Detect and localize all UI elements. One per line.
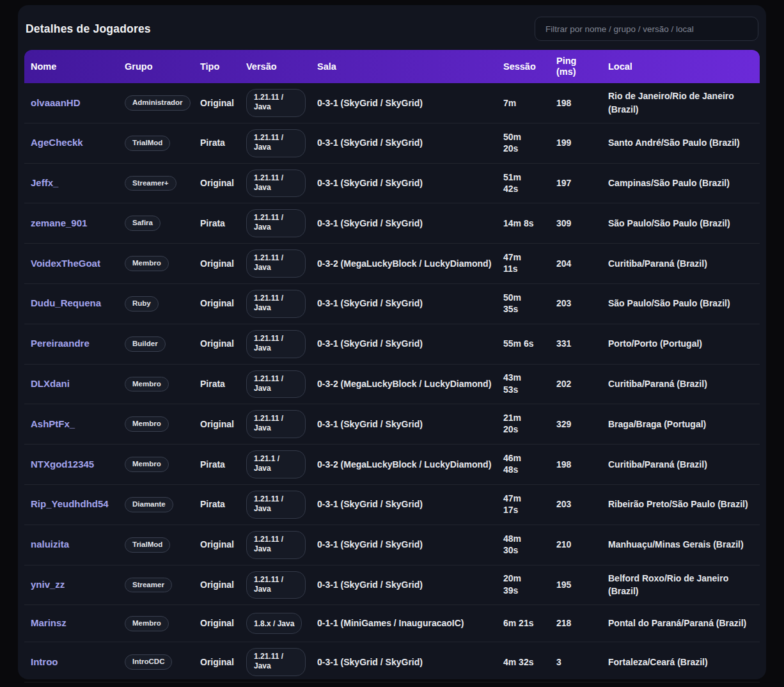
- room-value: 0-3-1 (SkyGrid / SkyGrid): [317, 657, 423, 667]
- version-value: 1.21.11 / Java: [254, 374, 298, 393]
- type-value: Original: [200, 419, 234, 429]
- player-name-cell: VoidexTheGoat: [24, 251, 118, 276]
- group-badge: Administrador: [125, 95, 191, 111]
- room-cell: 0-1-1 (MiniGames / InauguracaoIC): [311, 611, 497, 636]
- filter-input[interactable]: [535, 17, 758, 41]
- room-value: 0-3-1 (SkyGrid / SkyGrid): [317, 298, 423, 308]
- version-badge: 1.8.x / Java: [246, 613, 302, 634]
- session-value: 50m 20s: [503, 131, 537, 154]
- group-cell: Administrador: [118, 90, 194, 116]
- ping-value: 331: [556, 338, 571, 349]
- player-name-link[interactable]: Marinsz: [31, 617, 67, 628]
- type-cell: Pirata: [194, 492, 240, 517]
- ping-cell: 309: [550, 211, 602, 236]
- group-cell: TrialMod: [118, 532, 194, 558]
- location-value: Pontal do Paraná/Paraná (Brazil): [608, 618, 746, 628]
- session-cell: 6m 21s: [497, 611, 550, 636]
- version-value: 1.21.1 / Java: [254, 454, 298, 473]
- player-name-link[interactable]: Pereiraandre: [31, 338, 90, 349]
- version-badge: 1.21.11 / Java: [246, 330, 306, 358]
- room-value: 0-3-1 (SkyGrid / SkyGrid): [317, 138, 423, 148]
- session-cell: 46m 48s: [497, 446, 550, 482]
- group-badge: Membro: [125, 377, 169, 392]
- player-name-link[interactable]: Dudu_Requena: [31, 297, 101, 308]
- ping-value: 203: [556, 298, 571, 308]
- session-cell: 55m 6s: [497, 331, 550, 356]
- player-name-link[interactable]: zemane_901: [31, 217, 87, 228]
- version-cell: 1.21.11 / Java: [240, 485, 311, 525]
- table-row: zemane_901 Safira Pirata 1.21.11 / Java …: [24, 203, 760, 243]
- table-row: AshPtFx_ Membro Original 1.21.11 / Java …: [24, 404, 760, 444]
- table-row: Dudu_Requena Ruby Original 1.21.11 / Jav…: [24, 283, 760, 324]
- table-row: Marinsz Membro Original 1.8.x / Java 0-1…: [24, 604, 760, 642]
- ping-cell: 329: [550, 412, 602, 437]
- room-value: 0-3-2 (MegaLuckyBlock / LuckyDiamond): [317, 258, 491, 269]
- group-badge: Streamer: [125, 578, 172, 593]
- version-cell: 1.21.11 / Java: [240, 203, 311, 243]
- player-name-link[interactable]: AgeCheckk: [31, 137, 83, 148]
- group-badge: TrialMod: [125, 537, 170, 553]
- session-cell: 21m 20s: [497, 406, 550, 442]
- group-cell: Membro: [118, 411, 194, 438]
- version-badge: 1.21.11 / Java: [246, 571, 306, 599]
- type-cell: Original: [194, 650, 240, 675]
- player-name-link[interactable]: Introo: [31, 656, 58, 667]
- version-cell: 1.21.11 / Java: [240, 404, 311, 444]
- version-value: 1.8.x / Java: [254, 619, 294, 629]
- player-name-link[interactable]: AshPtFx_: [31, 418, 75, 429]
- version-badge: 1.21.11 / Java: [246, 249, 306, 278]
- version-cell: 1.21.11 / Java: [240, 365, 311, 404]
- player-name-link[interactable]: naluizita: [31, 539, 69, 549]
- version-cell: 1.21.11 / Java: [240, 324, 311, 364]
- player-name-link[interactable]: NTXgod12345: [31, 459, 94, 470]
- table-header: Nome Grupo Tipo Versão Sala Sessão Ping …: [24, 50, 760, 83]
- ping-value: 202: [556, 379, 571, 389]
- table-row: Rip_Yeudhdhd54 Diamante Pirata 1.21.11 /…: [24, 484, 760, 525]
- location-cell: Campinas/São Paulo (Brazil): [602, 171, 760, 196]
- room-cell: 0-3-1 (SkyGrid / SkyGrid): [311, 211, 497, 236]
- session-value: 4m 32s: [503, 656, 533, 668]
- ping-cell: 195: [550, 572, 602, 597]
- session-value: 6m 21s: [503, 617, 533, 629]
- ping-cell: 203: [550, 291, 602, 316]
- location-value: Campinas/São Paulo (Brazil): [608, 178, 730, 188]
- player-name-cell: naluizita: [24, 532, 118, 557]
- version-badge: 1.21.11 / Java: [246, 170, 306, 198]
- session-value: 48m 30s: [503, 533, 537, 556]
- room-cell: 0-3-2 (MegaLuckyBlock / LuckyDiamond): [311, 372, 497, 397]
- table-row: naluizita TrialMod Original 1.21.11 / Ja…: [24, 525, 760, 565]
- player-name-link[interactable]: DLXdani: [31, 378, 70, 389]
- player-name-cell: yniv_zz: [24, 572, 118, 597]
- location-cell: Manhuaçu/Minas Gerais (Brazil): [602, 532, 760, 557]
- player-name-link[interactable]: Jeffx_: [31, 177, 58, 188]
- version-badge: 1.21.11 / Java: [246, 290, 306, 318]
- session-cell: 50m 35s: [497, 286, 550, 322]
- table-row: yniv_zz Streamer Original 1.21.11 / Java…: [24, 565, 760, 605]
- player-name-link[interactable]: yniv_zz: [31, 579, 65, 590]
- ping-cell: 204: [550, 251, 602, 276]
- version-value: 1.21.11 / Java: [254, 173, 298, 193]
- session-cell: 47m 17s: [497, 487, 550, 523]
- ping-value: 198: [556, 98, 571, 108]
- location-cell: São Paulo/São Paulo (Brazil): [602, 291, 760, 316]
- type-value: Original: [200, 178, 234, 188]
- table-row: NTXgod12345 Membro Pirata 1.21.1 / Java …: [24, 444, 760, 484]
- type-value: Original: [200, 580, 234, 590]
- column-header-sala: Sala: [311, 58, 497, 76]
- room-value: 0-3-2 (MegaLuckyBlock / LuckyDiamond): [317, 379, 491, 389]
- version-cell: 1.21.11 / Java: [240, 244, 311, 283]
- type-value: Original: [200, 657, 234, 667]
- location-value: Braga/Braga (Portugal): [608, 419, 706, 429]
- session-value: 47m 17s: [503, 493, 537, 516]
- table-row: VoidexTheGoat Membro Original 1.21.11 / …: [24, 243, 760, 283]
- player-name-link[interactable]: VoidexTheGoat: [31, 258, 100, 269]
- version-value: 1.21.11 / Java: [254, 494, 298, 514]
- player-name-cell: AshPtFx_: [24, 412, 118, 437]
- room-value: 0-3-1 (SkyGrid / SkyGrid): [317, 580, 423, 590]
- player-name-link[interactable]: olvaaanHD: [31, 97, 81, 108]
- location-cell: São Paulo/São Paulo (Brazil): [602, 211, 760, 236]
- type-cell: Original: [194, 572, 240, 597]
- player-name-link[interactable]: Rip_Yeudhdhd54: [31, 498, 109, 509]
- ping-value: 329: [556, 419, 571, 429]
- type-cell: Original: [194, 291, 240, 316]
